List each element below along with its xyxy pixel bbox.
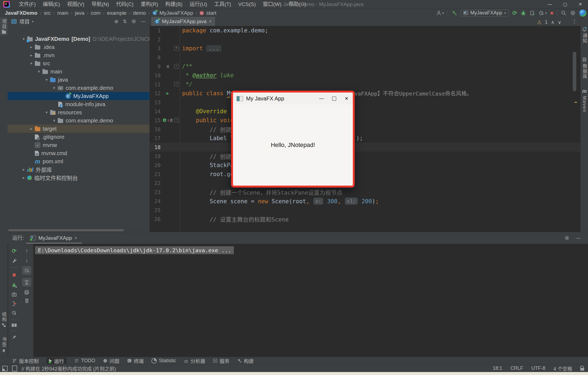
next-occurrence-icon[interactable]: ↓ [25, 257, 28, 263]
dialog-title-bar[interactable]: My JavaFX App — ✕ [233, 93, 353, 104]
code-line[interactable]: 13 [150, 98, 580, 107]
chevron-right-icon[interactable]: ▸ [28, 53, 35, 58]
next-problem-icon[interactable]: ∨ [558, 19, 561, 25]
menu-build[interactable]: 构建(B) [162, 0, 186, 9]
code-line[interactable]: 22 [150, 179, 580, 187]
layout-settings-icon[interactable] [12, 324, 17, 327]
chevron-down-icon[interactable]: ▾ [28, 61, 35, 66]
breadcrumb-src[interactable]: src [44, 10, 51, 16]
tree-item-module-info[interactable]: J module-info.java [8, 100, 149, 108]
breadcrumb-project[interactable]: JavaFXDemo [5, 10, 37, 16]
exit-icon[interactable] [11, 301, 17, 306]
tree-item-resources-package[interactable]: ▾ com.example.demo [8, 116, 149, 125]
close-tab-icon[interactable]: × [75, 235, 77, 241]
stripe-tab-bookmarks[interactable]: 书签 [0, 335, 8, 355]
tree-item-gitignore[interactable]: ⊘ .gitignore [8, 133, 149, 141]
print-icon[interactable] [24, 290, 29, 295]
tree-item-scratches[interactable]: ▸ 临时文件和控制台 [8, 174, 149, 182]
menu-navigate[interactable]: 导航(N) [88, 0, 112, 9]
console-command-line[interactable]: E:\Downloads\CodesDownloads\jdk\jdk-17.0… [35, 246, 234, 254]
toolbar-tab-problems[interactable]: 问题 [103, 358, 120, 364]
tree-item-java[interactable]: ▾ java [8, 76, 149, 84]
chevron-right-icon[interactable]: ▸ [28, 126, 35, 131]
toolbar-tab-profiler[interactable]: 分析器 [184, 358, 205, 364]
tree-item-package[interactable]: ▾ com.example.demo [8, 84, 149, 92]
indent-indicator[interactable]: 4 个空格 [553, 365, 572, 372]
stripe-tab-project[interactable]: 项目 [0, 17, 8, 35]
tree-item-mvnw-cmd[interactable]: mvnw.cmd [8, 149, 149, 157]
chevron-right-icon[interactable]: ▸ [20, 175, 27, 180]
tree-item-idea[interactable]: ▸ .idea [8, 43, 149, 51]
tree-item-myjavafxapp[interactable]: C MyJavaFXApp [8, 92, 149, 100]
navigate-up-icon[interactable]: ↑ [167, 118, 169, 123]
folded-imports[interactable]: ... [206, 45, 222, 52]
scroll-to-end-toggle[interactable] [22, 278, 31, 287]
camera-icon[interactable] [11, 292, 17, 297]
stripe-tab-maven[interactable]: m Maven [581, 88, 588, 112]
tree-item-pom[interactable]: m pom.xml [8, 157, 149, 165]
build-project-button[interactable] [451, 10, 457, 16]
window-maximize-button[interactable]: ▢ [558, 0, 573, 9]
hide-panel-button[interactable]: — [141, 19, 146, 24]
expand-collapse-button[interactable]: ⇅ [123, 19, 127, 24]
chevron-right-icon[interactable]: ▸ [28, 45, 35, 50]
code-line[interactable]: 16 // 创建 [150, 125, 580, 134]
code-line[interactable]: 2 [150, 35, 580, 44]
debug-button[interactable] [520, 10, 526, 16]
run-configuration-select[interactable]: MyJavaFXApp ▾ [461, 10, 509, 17]
code-line[interactable]: 25 [150, 205, 580, 214]
code-line[interactable]: 19 // 创建 [150, 152, 580, 161]
toolbar-tab-services[interactable]: 服务 [213, 358, 229, 364]
project-panel-title[interactable]: 项目 [19, 18, 30, 25]
breadcrumb-method[interactable]: start [206, 10, 216, 16]
prev-occurrence-icon[interactable]: ↑ [25, 248, 28, 254]
menu-view[interactable]: 视图(V) [64, 0, 88, 9]
locate-file-button[interactable]: ⊕ [114, 19, 118, 24]
tree-item-target[interactable]: ▸ target [8, 125, 149, 133]
chevron-down-icon[interactable]: ▾ [51, 118, 58, 123]
toolbar-tab-todo[interactable]: TODO [74, 358, 95, 364]
breadcrumb-example[interactable]: example [107, 10, 127, 16]
window-close-button[interactable]: ✕ [573, 0, 588, 9]
code-line[interactable]: 17 Label l ); [150, 134, 580, 143]
breadcrumb-main[interactable]: main [57, 10, 68, 16]
code-line[interactable]: 12 ▶ public class My vaFXApp】不符合UpperCam… [150, 89, 580, 98]
menu-refactor[interactable]: 重构(R) [137, 0, 162, 9]
code-line[interactable]: 3 + import ... [150, 44, 580, 53]
menu-window[interactable]: 窗口(W) [259, 0, 285, 9]
encoding-indicator[interactable]: UTF-8 [531, 365, 545, 371]
code-line[interactable]: 14 @Override [150, 107, 580, 116]
run-button[interactable]: ⟳ [512, 10, 517, 16]
breadcrumb-java[interactable]: java [75, 10, 84, 16]
editor-tab-myjavafxapp[interactable]: C MyJavaFXApp.java × [151, 17, 215, 26]
fold-end-icon[interactable]: − [174, 82, 179, 87]
close-tab-icon[interactable]: × [209, 19, 212, 24]
code-line[interactable]: 1 package com.example.demo; [150, 26, 580, 35]
prev-problem-icon[interactable]: ∧ [551, 19, 555, 25]
javafx-app-window[interactable]: My JavaFX App — ✕ Hello, JNotepad! [231, 91, 355, 187]
window-minimize-button[interactable]: — [542, 0, 558, 9]
tree-item-main[interactable]: ▾ main [8, 67, 149, 76]
gear-icon[interactable] [564, 235, 569, 241]
code-line[interactable]: 23 // 创建一个Scene，并将StackPane设置为根节点 [150, 187, 580, 196]
chevron-down-icon[interactable]: ▾ [35, 69, 42, 74]
search-everywhere-button[interactable] [561, 10, 566, 16]
code-line[interactable]: 9 ≣ − /** [150, 62, 580, 71]
chevron-down-icon[interactable]: ▾ [51, 85, 58, 90]
tool-window-switcher-icon[interactable] [2, 366, 8, 371]
tree-item-mvn[interactable]: ▸ .mvn [8, 51, 149, 59]
tree-item-external-libraries[interactable]: ▸ 外部库 [8, 165, 149, 174]
breadcrumb-class[interactable]: MyJavaFXApp [160, 10, 193, 16]
soft-wrap-toggle[interactable] [22, 266, 31, 275]
chevron-down-icon[interactable]: ▾ [43, 110, 50, 115]
more-options-icon[interactable]: ⋮ [572, 18, 577, 24]
run-class-gutter-icon[interactable]: ▶ [166, 91, 169, 96]
dump-threads-icon[interactable] [11, 310, 17, 316]
menu-run[interactable]: 运行(U) [186, 0, 210, 9]
stop-button[interactable]: ■ [550, 10, 553, 16]
stop-button[interactable]: ■ [12, 271, 16, 278]
line-ending-indicator[interactable]: CRLF [510, 365, 523, 371]
code-line[interactable]: 21 root.ge [150, 170, 580, 179]
stripe-tab-database[interactable]: 数据库 [581, 57, 588, 79]
menu-tools[interactable]: 工具(T) [211, 0, 235, 9]
